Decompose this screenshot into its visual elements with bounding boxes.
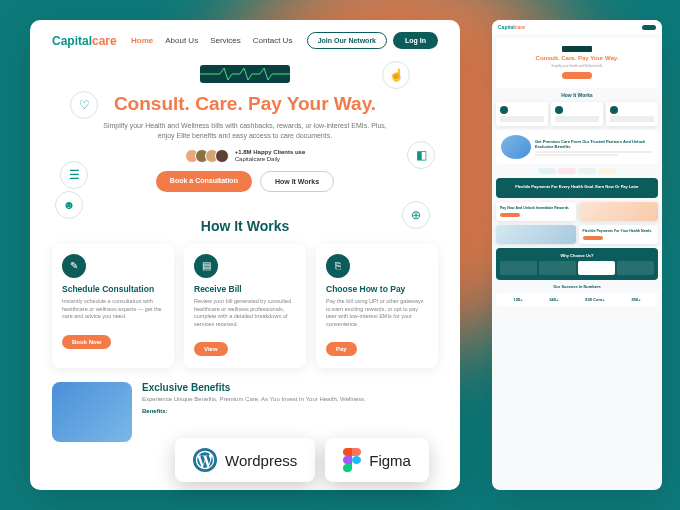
feature-card [617,261,654,275]
benefits-section: Exclusive Benefits Experience Unique Ben… [30,368,460,442]
feature-card [539,261,576,275]
feature-card [578,261,615,275]
heartbeat-icon [200,65,290,83]
pay-icon: ⎘ [326,254,350,278]
view-button[interactable]: View [194,342,228,356]
chip [538,168,556,174]
receive-bill-card: ▤ Receive Bill Review your bill generate… [184,244,306,368]
how-it-works-cards: ✎ Schedule Consultation Instantly schedu… [30,244,460,368]
wordpress-label: Wordpress [225,452,297,469]
figma-icon [343,448,361,472]
benefits-subtitle: Experience Unique Benefits, Premium Care… [142,396,366,404]
figma-label: Figma [369,452,411,469]
mini-card [496,102,548,126]
feature-card [500,261,537,275]
pay-image-card [579,202,659,221]
hero-subtitle: Simplify your Health and Wellness bills [502,64,652,68]
hero-subtitle: Simplify your Health and Wellness bills … [95,121,395,141]
hero-title: Consult. Care. Pay Your Way. [70,93,420,115]
join-network-button[interactable]: Join Our Network [307,32,387,49]
nav-about[interactable]: About Us [165,36,198,45]
logo[interactable]: Capitalcare [52,34,117,48]
wordpress-badge[interactable]: Wordpress [175,438,315,482]
pay-now-card: Pay Now And Unlock Immediate Rewards [496,202,576,221]
card-desc: Pay the bill using UPI or other gateways… [326,298,428,329]
file-icon: ☰ [60,161,88,189]
card-title: Receive Bill [194,284,296,294]
medicine-icon: ⊕ [402,201,430,229]
book-now-button[interactable]: Book Now [62,335,111,349]
full-page-preview: Capitalcare Consult. Care. Pay Your Way.… [492,20,662,490]
choose-pay-card: ⎘ Choose How to Pay Pay the bill using U… [316,244,438,368]
pay-button[interactable]: Pay [326,342,357,356]
card-title: Choose How to Pay [326,284,428,294]
wordpress-icon [193,448,217,472]
main-nav: Home About Us Services Contact Us [131,36,292,45]
chip [558,168,576,174]
login-button[interactable]: Log In [393,32,438,49]
book-button[interactable] [562,72,592,79]
nav-services[interactable]: Services [210,36,241,45]
schedule-card: ✎ Schedule Consultation Instantly schedu… [52,244,174,368]
chip [578,168,596,174]
flexible-payments-banner: Flexible Payments For Every Health Goal.… [496,178,658,198]
logo: Capitalcare [498,24,525,30]
chip [598,168,616,174]
section-title: How It Works [494,92,660,98]
mini-card [606,102,658,126]
success-title: Our Success In Numbers [495,284,659,289]
card-title: Schedule Consultation [62,284,164,294]
benefits-label: Benefits: [142,408,366,416]
why-choose-section: Why Choose Us? [496,248,658,280]
user-icon: ☻ [55,191,83,219]
main-landing-preview: Capitalcare Home About Us Services Conta… [30,20,460,490]
flex-image-card [496,225,576,244]
mini-card [551,102,603,126]
social-proof: +1.8M Happy Clients useCapitalcare Daily [70,149,420,163]
hero-section: ♡ ☝ ☰ ◧ ☻ ⊕ Consult. Care. Pay Your Way.… [30,61,460,202]
nav-contact[interactable]: Contact Us [253,36,293,45]
benefits-title: Exclusive Benefits [142,382,366,393]
calendar-icon: ◧ [407,141,435,169]
login-button[interactable] [642,25,656,30]
bill-icon: ▤ [194,254,218,278]
how-it-works-title: How It Works [30,218,460,234]
hero-title: Consult. Care. Pay Your Way. [502,55,652,61]
premium-care-section: Get Premium Care From Our Trusted Partne… [496,130,658,164]
site-header: Capitalcare Home About Us Services Conta… [30,20,460,61]
nav-home[interactable]: Home [131,36,153,45]
card-desc: Review your bill generated by consulted … [194,298,296,329]
hand-pointer-icon: ☝ [382,61,410,89]
card-desc: Instantly schedule a consultation with h… [62,298,164,322]
schedule-icon: ✎ [62,254,86,278]
stats-row: 100+ 640+ 830 Core+ 850+ [496,293,658,306]
figma-badge[interactable]: Figma [325,438,429,482]
how-it-works-button[interactable]: How It Works [260,171,334,192]
heartbeat-icon [562,46,592,52]
avatar [215,149,229,163]
tool-badges: Wordpress Figma [175,438,429,482]
book-consultation-button[interactable]: Book a Consultation [156,171,252,192]
benefits-image [52,382,132,442]
flex-pay-card: Flexible Payments For Your Health Needs [579,225,659,244]
stethoscope-icon: ♡ [70,91,98,119]
